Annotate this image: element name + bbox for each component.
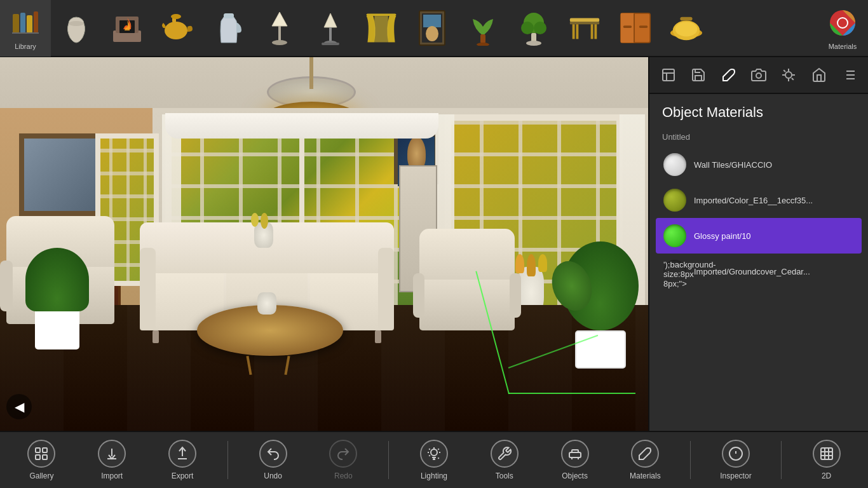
panel-tool-camera[interactable] (746, 62, 771, 88)
toolbar-plant2[interactable] (508, 0, 559, 57)
svg-rect-18 (322, 43, 339, 45)
toolbar-lamp2[interactable] (305, 0, 356, 57)
material-item-2[interactable]: Imported/Color_E16__1eccf35... (656, 182, 862, 218)
lighting-icon (420, 440, 448, 468)
svg-rect-35 (594, 24, 597, 39)
svg-rect-3 (34, 11, 38, 33)
material-item-4[interactable]: ');background-size:8px 8px;"> Imported/G… (656, 254, 862, 289)
toolbar-table[interactable] (559, 0, 610, 57)
tools-label: Tools (496, 471, 513, 480)
toolbar-pitcher[interactable] (203, 0, 254, 57)
top-toolbar: Library (0, 0, 868, 57)
toolbar-teapot[interactable] (153, 0, 203, 57)
materials-label: Materials (829, 43, 857, 50)
material-swatch-1 (663, 153, 686, 176)
divider-4 (781, 441, 782, 479)
objects-icon (561, 440, 589, 468)
redo-icon (329, 440, 357, 468)
svg-rect-2 (27, 15, 32, 33)
svg-point-12 (171, 14, 181, 19)
material-label-1: Wall Tiles/GHIACCIO (694, 160, 772, 170)
toolbar-vase[interactable] (51, 0, 102, 57)
bottom-materials[interactable]: Materials (620, 435, 670, 485)
svg-rect-14 (278, 26, 281, 41)
svg-rect-13 (224, 13, 234, 18)
toolbar-plant1[interactable] (458, 0, 508, 57)
toolbar-materials[interactable]: Materials (817, 0, 868, 57)
pitcher-icon (212, 11, 246, 45)
svg-rect-20 (374, 16, 388, 42)
library-label: Library (15, 43, 36, 50)
svg-point-31 (526, 41, 541, 46)
svg-point-24 (426, 26, 438, 41)
toolbar-cabinet[interactable] (610, 0, 661, 57)
svg-line-55 (784, 70, 786, 72)
plant1-icon (466, 11, 500, 45)
bottom-lighting[interactable]: Lighting (409, 435, 459, 485)
lamp1-icon (262, 11, 297, 45)
panel-tool-home[interactable] (806, 62, 831, 88)
divider-3 (690, 441, 691, 479)
svg-rect-77 (821, 448, 832, 459)
panel-tool-object[interactable] (656, 62, 681, 88)
panel-tool-save[interactable] (686, 62, 710, 88)
vase-icon (59, 11, 93, 45)
curtains-icon (364, 11, 398, 45)
gallery-icon (27, 440, 55, 468)
svg-line-56 (792, 78, 794, 80)
svg-rect-30 (531, 33, 536, 42)
painting-icon (415, 11, 449, 45)
material-swatch-4: ');background-size:8px 8px;"> (663, 260, 686, 283)
material-item-3[interactable]: Glossy paint/10 (656, 218, 862, 254)
svg-rect-32 (570, 18, 599, 22)
bottom-inspector[interactable]: Inspector (710, 435, 761, 485)
tray-icon (669, 11, 703, 45)
svg-rect-1 (20, 13, 25, 33)
bottom-import[interactable]: Import (86, 435, 137, 485)
bottom-gallery[interactable]: Gallery (16, 435, 67, 485)
toolbar-curtains[interactable] (356, 0, 407, 57)
svg-rect-19 (367, 14, 397, 17)
svg-point-52 (756, 73, 761, 78)
panel-tool-list[interactable] (837, 62, 862, 88)
svg-rect-67 (43, 448, 47, 452)
svg-rect-40 (623, 25, 632, 28)
svg-point-59 (785, 72, 792, 78)
svg-point-10 (165, 22, 187, 39)
bottom-objects[interactable]: Objects (550, 435, 600, 485)
viewport[interactable]: ◀ (0, 57, 648, 432)
material-section-label: Untitled (656, 127, 862, 147)
export-icon (168, 440, 196, 468)
back-button[interactable]: ◀ (6, 394, 32, 419)
svg-rect-69 (43, 455, 47, 459)
svg-point-6 (69, 21, 84, 26)
divider-2 (388, 441, 389, 479)
toolbar-library[interactable]: Library (0, 0, 51, 57)
inspector-label: Inspector (720, 471, 751, 480)
toolbar-painting[interactable] (407, 0, 458, 57)
materials-bottom-icon (631, 440, 659, 468)
toolbar-fireplace[interactable] (102, 0, 153, 57)
svg-rect-33 (570, 22, 599, 24)
svg-point-28 (521, 22, 534, 34)
bottom-2d[interactable]: 2D (801, 435, 852, 485)
objects-label: Objects (562, 471, 588, 480)
svg-rect-23 (423, 15, 441, 27)
svg-point-29 (534, 22, 546, 34)
toolbar-lamp1[interactable] (254, 0, 305, 57)
panel-tool-light[interactable] (776, 62, 801, 88)
svg-rect-37 (591, 24, 593, 39)
right-panel: Object Materials Untitled Wall Tiles/GHI… (648, 57, 868, 432)
bottom-redo[interactable]: Redo (318, 435, 369, 485)
svg-rect-0 (13, 14, 19, 33)
material-item-1[interactable]: Wall Tiles/GHIACCIO (656, 147, 862, 182)
bottom-export[interactable]: Export (157, 435, 208, 485)
materials-bottom-label: Materials (630, 471, 661, 480)
material-swatch-2 (663, 189, 686, 212)
bottom-tools[interactable]: Tools (479, 435, 530, 485)
bottom-undo[interactable]: Undo (248, 435, 299, 485)
materials-icon (825, 6, 860, 40)
toolbar-tray[interactable] (661, 0, 712, 57)
teapot-icon (161, 11, 195, 45)
panel-tool-paint[interactable] (716, 62, 741, 88)
